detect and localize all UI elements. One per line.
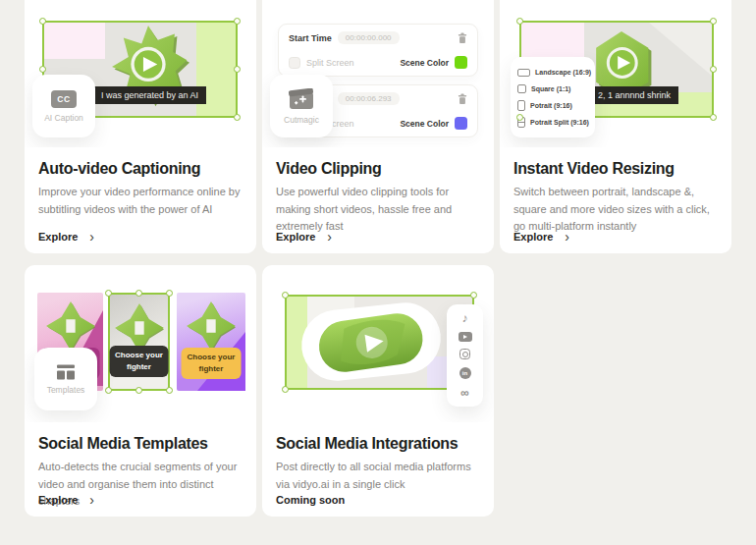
start-time-value[interactable]: 00:00:00.000 <box>338 31 400 44</box>
templates-illustration: Choose your fighter Choose your fighter <box>25 265 256 422</box>
captioning-illustration: I was generated by an AI CC AI Caption <box>25 0 256 147</box>
explore-link-templates[interactable]: Explore › <box>38 494 94 506</box>
vidyo-pinwheel-logo <box>45 300 96 352</box>
social-platforms-panel: ♪ in ∞ <box>447 304 483 407</box>
ai-caption-tooltip: I was generated by an AI <box>93 86 206 104</box>
clip-panel-1: Start Time 00:00:00.000 Split Screen Sce… <box>278 24 478 77</box>
cta-label: Explore <box>276 231 315 243</box>
templates-chip: Templates <box>34 348 97 410</box>
aspect-ratio-dropdown: Landscape (16:9) Square (1:1) Potrait (9… <box>511 57 595 137</box>
clipping-illustration: Start Time 00:00:00.000 Split Screen Sce… <box>262 0 494 147</box>
selection-handle[interactable] <box>166 387 173 394</box>
selection-handle[interactable] <box>105 290 112 297</box>
selection-handle[interactable] <box>234 66 241 73</box>
card-title: Social Media Integrations <box>276 435 480 453</box>
option-landscape[interactable]: Landscape (16:9) <box>517 64 588 81</box>
meta-icon[interactable]: ∞ <box>460 386 469 400</box>
card-social-media-templates[interactable]: Choose your fighter Choose your fighter <box>25 265 256 517</box>
selection-handle[interactable] <box>282 386 289 393</box>
instagram-icon[interactable] <box>459 349 470 359</box>
landscape-icon <box>517 69 530 77</box>
feature-card-grid: I was generated by an AI CC AI Caption A… <box>25 0 731 517</box>
selection-handle[interactable] <box>135 290 142 297</box>
selection-handle[interactable] <box>516 114 523 121</box>
scene-color-label: Scene Color <box>400 58 449 68</box>
option-label: Potrait (9:16) <box>530 102 572 109</box>
option-portrait-split[interactable]: Potrait Split (9:16) <box>517 114 588 131</box>
cta-label: Explore <box>38 494 78 506</box>
option-square[interactable]: Square (1:1) <box>517 81 588 97</box>
split-screen-label: Split Screen <box>306 58 354 68</box>
tooltip-text: I was generated by an AI <box>101 90 198 100</box>
fighter-label: Choose your fighter <box>109 346 169 377</box>
explore-link-clipping[interactable]: Explore › <box>276 231 332 243</box>
portrait-icon <box>517 100 525 111</box>
selection-handle[interactable] <box>710 66 717 73</box>
card-auto-video-captioning[interactable]: I was generated by an AI CC AI Caption A… <box>25 0 256 253</box>
chevron-right-icon: › <box>327 232 332 242</box>
split-screen-checkbox[interactable] <box>289 57 300 69</box>
scene-color-swatch-blue[interactable] <box>455 117 467 130</box>
selection-handle[interactable] <box>234 114 241 121</box>
selection-handle[interactable] <box>105 387 112 394</box>
tiktok-icon[interactable]: ♪ <box>462 311 468 325</box>
chevron-right-icon: › <box>565 232 569 242</box>
option-label: Square (1:1) <box>531 85 570 92</box>
selection-handle[interactable] <box>234 18 241 25</box>
template-panel-purple[interactable]: Choose your fighter <box>177 293 245 391</box>
card-title: Video Clipping <box>276 160 480 178</box>
card-title: Instant Video Resizing <box>513 160 718 178</box>
linkedin-icon[interactable]: in <box>459 367 471 379</box>
card-title: Social Media Templates <box>38 435 243 453</box>
explore-link-resizing[interactable]: Explore › <box>513 231 569 243</box>
start-time-label: Start Time <box>289 33 332 43</box>
clapperboard-icon <box>289 88 314 110</box>
template-panel-selected[interactable]: Choose your fighter <box>108 293 170 391</box>
selection-handle[interactable] <box>166 290 173 297</box>
card-description: Improve your video performance online by… <box>38 184 244 218</box>
pink-block <box>44 23 105 59</box>
selection-handle[interactable] <box>710 18 717 25</box>
tooltip-text: 2, 1 annnnd shrink <box>598 90 671 100</box>
cta-label: Coming soon <box>276 494 345 506</box>
youtube-icon[interactable] <box>459 332 472 342</box>
option-label: Potrait Split (9:16) <box>530 119 589 126</box>
square-icon <box>517 84 526 93</box>
chevron-right-icon: › <box>89 232 94 242</box>
scene-color-swatch-green[interactable] <box>455 56 467 69</box>
selection-handle[interactable] <box>282 292 289 299</box>
fighter-label: Choose your fighter <box>182 348 242 379</box>
card-description: Switch between portrait, landscape &, sq… <box>513 184 720 236</box>
cutmagic-chip: Cutmagic <box>270 75 333 137</box>
cc-icon: CC <box>51 90 77 108</box>
integrations-illustration: ♪ in ∞ <box>262 265 494 422</box>
start-time-value[interactable]: 00:00:06.293 <box>338 92 400 105</box>
cta-label: Explore <box>513 231 553 243</box>
card-description: Post directly to all social media platfo… <box>276 459 482 493</box>
selection-handle[interactable] <box>470 292 477 299</box>
explore-link-captioning[interactable]: Explore › <box>38 231 94 243</box>
coming-soon-label: Coming soon <box>276 494 345 506</box>
option-portrait[interactable]: Potrait (9:16) <box>517 97 588 114</box>
card-title: Auto-video Captioning <box>38 160 243 178</box>
templates-icon <box>56 364 76 380</box>
card-description: Use powerful video clipping tools for ma… <box>276 184 482 236</box>
chip-label: AI Caption <box>44 113 83 123</box>
card-instant-video-resizing[interactable]: 2, 1 annnnd shrink Landscape (16:9) Squa… <box>500 0 731 253</box>
trash-icon[interactable] <box>458 93 467 105</box>
selection-handle[interactable] <box>710 114 717 121</box>
card-video-clipping[interactable]: Start Time 00:00:00.000 Split Screen Sce… <box>262 0 494 253</box>
chip-label: Templates <box>47 385 85 395</box>
card-social-media-integrations[interactable]: ♪ in ∞ Social Media Integrations Post di… <box>262 265 494 517</box>
selection-handle[interactable] <box>516 18 523 25</box>
resizing-illustration: 2, 1 annnnd shrink Landscape (16:9) Squa… <box>500 0 731 147</box>
chip-label: Cutmagic <box>284 115 319 125</box>
ai-caption-chip: CC AI Caption <box>32 75 95 137</box>
option-label: Landscape (16:9) <box>535 69 591 76</box>
selection-handle[interactable] <box>135 387 142 394</box>
vidyo-pinwheel-logo <box>186 300 237 352</box>
selection-handle[interactable] <box>39 18 46 25</box>
trash-icon[interactable] <box>458 32 467 44</box>
selection-handle[interactable] <box>39 66 46 73</box>
scene-color-label: Scene Color <box>400 119 449 129</box>
